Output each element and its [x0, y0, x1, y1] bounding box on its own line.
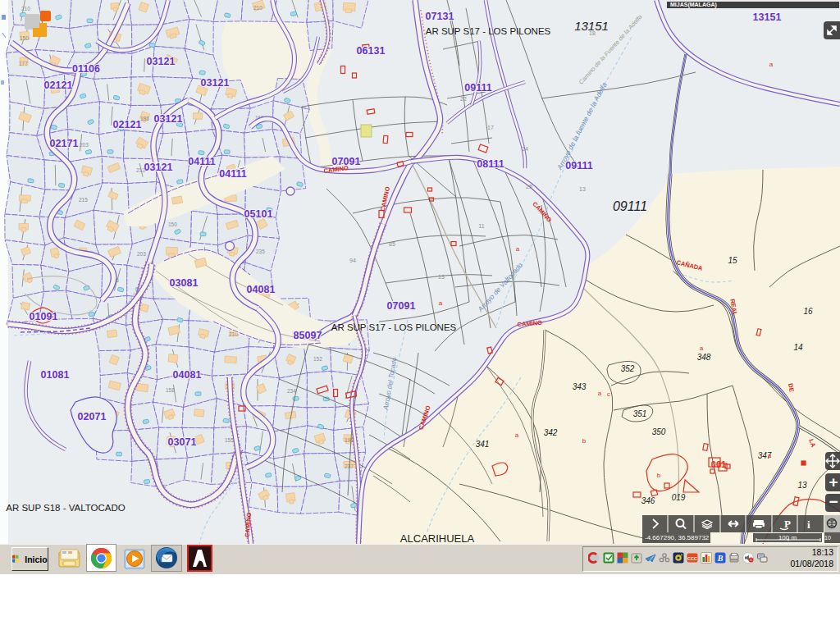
svg-text:019: 019	[672, 493, 686, 502]
svg-text:03121: 03121	[154, 113, 183, 125]
svg-text:351: 351	[633, 409, 647, 418]
svg-text:352: 352	[621, 364, 635, 373]
svg-text:03071: 03071	[168, 436, 197, 448]
svg-text:177: 177	[19, 61, 28, 66]
svg-text:09111: 09111	[565, 160, 592, 171]
svg-text:13: 13	[579, 186, 586, 192]
svg-text:AR SUP S17 - LOS PILONES: AR SUP S17 - LOS PILONES	[426, 26, 551, 36]
svg-text:18: 18	[589, 30, 596, 36]
svg-text:01091: 01091	[30, 311, 58, 322]
svg-text:346: 346	[641, 496, 655, 505]
svg-text:03081: 03081	[170, 277, 199, 289]
svg-text:341: 341	[476, 440, 490, 449]
svg-text:02121: 02121	[113, 119, 142, 130]
svg-text:a: a	[769, 61, 774, 68]
svg-text:04081: 04081	[247, 284, 276, 295]
svg-text:AR SUP S17 - LOS PILONES: AR SUP S17 - LOS PILONES	[331, 322, 457, 332]
svg-text:350: 350	[652, 427, 666, 436]
svg-text:15: 15	[728, 256, 737, 265]
svg-text:03121: 03121	[147, 56, 176, 67]
svg-text:13151: 13151	[753, 11, 782, 23]
svg-text:09111: 09111	[464, 82, 491, 94]
svg-text:152: 152	[313, 356, 322, 362]
svg-text:03121: 03121	[201, 77, 230, 89]
svg-text:b: b	[657, 472, 661, 479]
svg-text:a: a	[515, 431, 519, 439]
svg-text:09111: 09111	[613, 199, 647, 213]
svg-text:04081: 04081	[173, 369, 202, 381]
svg-text:02071: 02071	[78, 411, 107, 422]
svg-text:348: 348	[697, 353, 711, 362]
svg-text:04111: 04111	[219, 168, 246, 180]
svg-text:c: c	[607, 390, 610, 398]
svg-text:25: 25	[526, 184, 532, 189]
svg-text:22: 22	[460, 96, 467, 102]
svg-text:b: b	[582, 437, 587, 445]
svg-text:16: 16	[803, 307, 813, 316]
svg-text:343: 343	[573, 382, 587, 391]
svg-text:04111: 04111	[188, 156, 215, 167]
svg-text:342: 342	[544, 428, 558, 437]
svg-text:234: 234	[287, 388, 296, 394]
svg-text:ALCARIHUELA: ALCARIHUELA	[400, 532, 475, 544]
svg-text:13: 13	[797, 481, 807, 490]
svg-text:06131: 06131	[357, 45, 386, 57]
svg-text:17: 17	[487, 125, 494, 130]
svg-text:02121: 02121	[44, 80, 73, 91]
svg-text:a: a	[439, 299, 443, 307]
svg-text:11: 11	[478, 223, 484, 229]
svg-text:a: a	[598, 390, 602, 397]
svg-text:a: a	[516, 245, 520, 253]
svg-text:03121: 03121	[144, 162, 173, 173]
svg-text:a: a	[768, 452, 772, 459]
svg-text:85: 85	[389, 241, 395, 247]
svg-text:150: 150	[20, 35, 29, 41]
svg-text:210: 210	[253, 5, 262, 11]
svg-text:158: 158	[166, 387, 175, 393]
svg-text:02171: 02171	[50, 138, 79, 149]
svg-text:P: P	[784, 518, 791, 530]
svg-text:13: 13	[438, 274, 445, 280]
svg-text:215: 215	[79, 197, 88, 203]
svg-text:235: 235	[256, 249, 265, 254]
svg-text:01106: 01106	[72, 63, 100, 75]
svg-text:07131: 07131	[426, 11, 454, 22]
svg-text:05101: 05101	[244, 208, 273, 220]
svg-text:AR SUP S18 - VALTOCADO: AR SUP S18 - VALTOCADO	[6, 503, 126, 513]
svg-text:150: 150	[168, 221, 177, 227]
svg-text:a: a	[700, 345, 704, 352]
svg-text:08111: 08111	[477, 158, 504, 170]
svg-text:CCC: CCC	[687, 556, 697, 561]
svg-text:24: 24	[522, 146, 528, 152]
svg-text:B: B	[717, 554, 724, 563]
svg-text:210: 210	[21, 6, 30, 11]
svg-text:01081: 01081	[41, 369, 70, 381]
svg-text:203: 203	[80, 142, 89, 148]
svg-text:14: 14	[793, 343, 803, 352]
svg-text:94: 94	[349, 258, 356, 263]
svg-text:07091: 07091	[387, 300, 416, 312]
svg-text:001: 001	[711, 459, 726, 469]
svg-text:i: i	[807, 518, 810, 531]
svg-text:186: 186	[140, 116, 149, 121]
svg-text:203: 203	[137, 251, 146, 257]
svg-text:85097: 85097	[294, 330, 322, 341]
svg-text:DE: DE	[787, 383, 796, 393]
